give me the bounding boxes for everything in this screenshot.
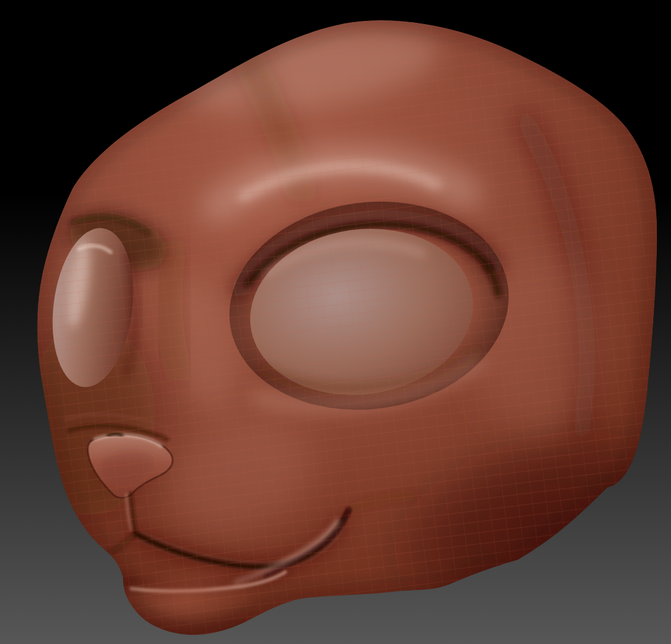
viewport-canvas[interactable] <box>0 0 671 644</box>
sculpt-render[interactable] <box>0 0 671 644</box>
